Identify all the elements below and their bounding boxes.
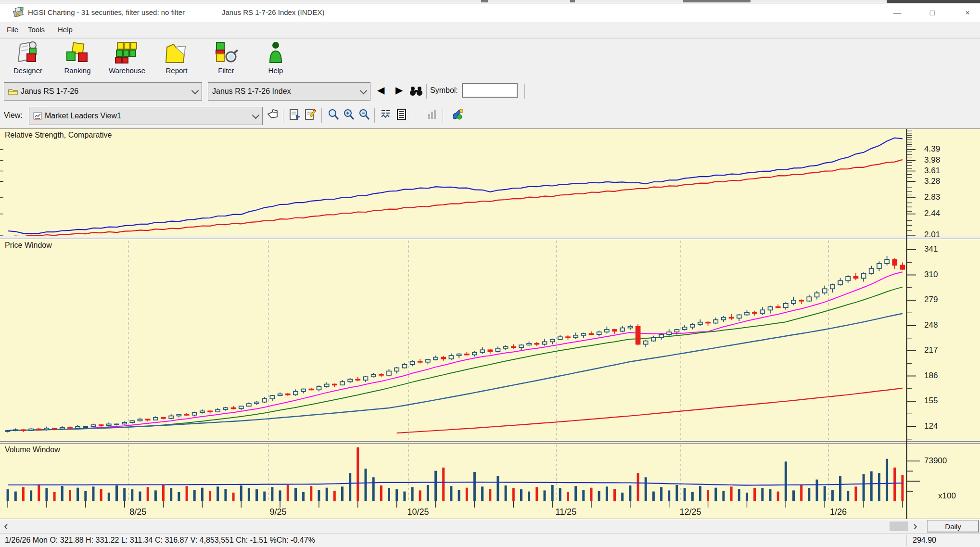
candle-body: [830, 285, 835, 289]
volume-bar: [427, 485, 429, 501]
x-axis-label: 10/25: [407, 507, 429, 517]
separator: [413, 108, 413, 123]
candle-body: [146, 419, 150, 420]
chart-scrollbar[interactable]: ‹ › Daily: [0, 520, 980, 533]
candle-body: [535, 343, 539, 344]
candle-body: [706, 322, 710, 323]
candle-body: [589, 334, 594, 335]
toolbar-button-label: Warehouse: [103, 66, 151, 75]
minimize-icon[interactable]: —: [886, 6, 908, 20]
candle-body: [309, 389, 313, 390]
volume-bar: [411, 487, 414, 501]
candle-body: [815, 293, 819, 297]
volume-bar: [30, 490, 32, 501]
rs-axis-label: 3.61: [924, 166, 940, 175]
ranking-icon: [64, 40, 91, 66]
chart-style-button-disabled: [425, 106, 440, 123]
volume-bar: [442, 468, 445, 501]
data-table-button[interactable]: [395, 106, 409, 123]
volume-bar: [777, 492, 779, 501]
menu-file[interactable]: File: [4, 25, 21, 35]
close-icon[interactable]: ×: [956, 6, 979, 20]
pointer-tool-button[interactable]: [266, 106, 280, 123]
panel-splitter[interactable]: [0, 236, 980, 239]
previous-security-button[interactable]: ◀: [377, 84, 384, 96]
candle-body: [239, 406, 243, 408]
candle-body: [729, 318, 734, 318]
index-select[interactable]: Janus RS 1-7-26 Index: [208, 82, 370, 101]
designer-button[interactable]: Designer: [4, 39, 52, 78]
volume-bar: [186, 486, 188, 501]
symbol-input[interactable]: [462, 83, 518, 98]
candle-body: [371, 374, 376, 377]
volume-bar: [255, 489, 258, 501]
volume-bar: [505, 485, 507, 501]
volume-bar: [162, 485, 165, 501]
warehouse-icon: [114, 40, 140, 66]
binoculars-icon[interactable]: [409, 85, 423, 97]
zoom-reset-button[interactable]: [326, 106, 341, 123]
volume-bar: [7, 489, 9, 501]
volume-bar: [598, 491, 600, 502]
candle-body: [465, 354, 469, 355]
volume-bar: [839, 476, 841, 501]
edit-view-button[interactable]: [303, 106, 318, 123]
volume-bar: [730, 486, 733, 501]
candle-body: [13, 430, 18, 431]
volume-bar: [824, 486, 826, 501]
scroll-left-icon[interactable]: ‹: [4, 519, 8, 534]
separator: [374, 108, 375, 123]
group-select-value: Janus RS 1-7-26: [21, 87, 78, 96]
candle-body: [900, 265, 904, 269]
zoom-out-button[interactable]: [357, 106, 371, 123]
candle-body: [877, 264, 881, 268]
volume-bar: [84, 491, 87, 502]
volume-bar: [800, 485, 802, 501]
volume-bar: [785, 461, 787, 501]
candle-body: [597, 332, 601, 334]
candle-body: [768, 307, 773, 310]
ranking-button[interactable]: Ranking: [53, 39, 102, 78]
maximize-icon[interactable]: □: [921, 6, 943, 20]
next-security-button[interactable]: ▶: [395, 84, 403, 96]
volume-bar: [854, 486, 857, 501]
properties-page-icon: [289, 108, 301, 121]
view-select[interactable]: Market Leaders View1: [29, 107, 263, 125]
volume-bar: [53, 492, 56, 501]
chart-area[interactable]: 4.393.983.613.282.832.442.01341310279248…: [0, 128, 980, 520]
warehouse-button[interactable]: Warehouse: [103, 39, 151, 78]
zoom-in-button[interactable]: [342, 106, 356, 123]
candle-body: [6, 431, 10, 432]
help-button[interactable]: Help: [252, 39, 300, 78]
help-icon: [262, 40, 289, 66]
volume-bar: [131, 489, 133, 501]
scroll-right-icon[interactable]: ›: [913, 519, 917, 534]
hgsi-charting-window: HGSI Charting - 31 securities, filter us…: [0, 0, 980, 547]
volume-bar: [326, 488, 328, 501]
edit-page-icon: [304, 108, 317, 121]
properties-button[interactable]: [288, 106, 302, 123]
volume-bar: [675, 485, 678, 501]
candle-body: [379, 374, 383, 375]
periodicity-button[interactable]: Daily: [928, 521, 979, 532]
toolbar-button-label: Designer: [4, 66, 52, 75]
filter-button[interactable]: Filter: [202, 39, 250, 78]
candle-body: [472, 352, 477, 355]
chart-view-icon: [33, 112, 42, 120]
menu-help[interactable]: Help: [55, 25, 76, 35]
scrollbar-thumb[interactable]: [890, 522, 908, 531]
indicator-settings-button[interactable]: [379, 106, 394, 123]
volume-bar: [668, 490, 670, 501]
group-select[interactable]: Janus RS 1-7-26: [4, 82, 202, 101]
candle-body: [776, 307, 780, 308]
candle-body: [620, 328, 624, 331]
candle-body: [325, 384, 329, 387]
candle-body: [441, 357, 445, 359]
volume-bar: [660, 487, 662, 501]
menu-tools[interactable]: Tools: [25, 25, 48, 35]
candle-body: [83, 427, 88, 428]
candle-body: [286, 394, 290, 395]
report-button[interactable]: Report: [153, 39, 201, 78]
volume-bar: [753, 488, 756, 501]
draw-tools-button[interactable]: [450, 106, 465, 123]
